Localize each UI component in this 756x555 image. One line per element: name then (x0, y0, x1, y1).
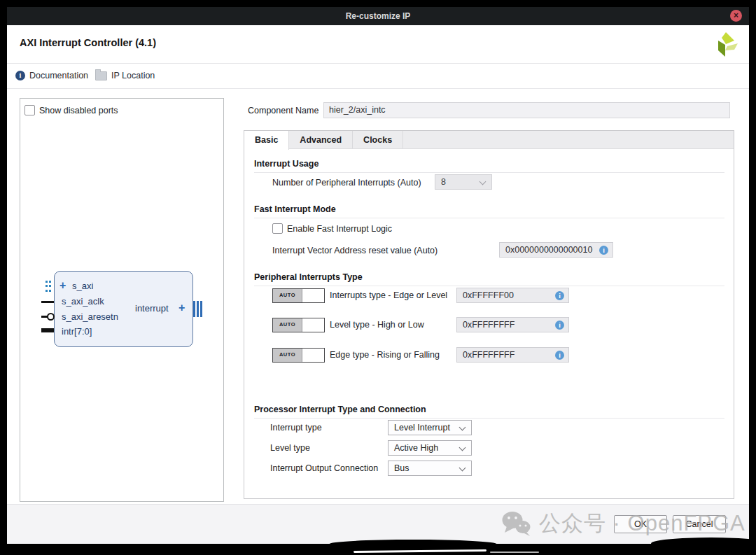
ok-button[interactable]: OK (614, 515, 667, 533)
level-type-value: Active High (394, 443, 438, 453)
edge-type-mask-label: Edge type - Rising or Falling (330, 350, 440, 360)
interrupt-output-connection-label: Interrupt Output Connection (270, 463, 378, 473)
ip-location-button[interactable]: IP Location (95, 71, 155, 80)
section-processor-interrupt: Processor Interrupt Type and Connection (254, 405, 724, 419)
show-disabled-ports-checkbox[interactable] (24, 105, 35, 115)
info-icon[interactable]: i (555, 321, 564, 330)
shadow-wave (329, 540, 497, 549)
interrupt-type-value: Level Interrupt (394, 423, 450, 433)
interrupt-type-select[interactable]: Level Interrupt (388, 420, 472, 435)
header-divider (7, 63, 749, 64)
auto-toggle-label: AUTO (273, 318, 302, 332)
s-axi-expand-icon[interactable]: + (59, 281, 66, 290)
chevron-down-icon (459, 444, 466, 451)
interrupt-bus-bars-icon (200, 301, 202, 317)
interrupts-type-value: 0xFFFFFF00 (463, 290, 514, 300)
auto-toggle[interactable]: AUTO (272, 288, 325, 303)
axi-interface-port-icon (46, 281, 48, 294)
block-design-panel: Show disabled ports + s_axi s_axi_aclk s… (20, 98, 224, 502)
interrupt-expand-icon[interactable]: + (178, 303, 185, 313)
clock-port-icon (41, 301, 54, 303)
interrupt-output-connection-select[interactable]: Bus (388, 461, 472, 476)
dialog-title: Re-customize IP (346, 11, 411, 21)
chevron-down-icon (459, 465, 466, 472)
level-type-select[interactable]: Active High (388, 440, 472, 456)
interrupt-vector-label: Interrupt Vector Address reset value (Au… (272, 246, 438, 255)
ip-location-label: IP Location (111, 71, 155, 80)
num-peripheral-interrupts-value: 8 (441, 177, 446, 187)
cancel-button[interactable]: Cancel (673, 515, 726, 533)
edge-type-mask-field[interactable]: 0xFFFFFFFF i (456, 347, 569, 363)
interrupt-bus-bars-icon (197, 301, 199, 317)
reset-bubble-icon (47, 313, 55, 321)
auto-toggle-label: AUTO (273, 349, 302, 362)
section-fast-interrupt-mode: Fast Interrupt Mode (254, 204, 724, 218)
component-name-label: Component Name (248, 106, 318, 115)
titlebar[interactable]: Re-customize IP (7, 7, 749, 25)
page-title: AXI Interrupt Controller (4.1) (20, 37, 156, 48)
config-panel: Basic Advanced Clocks Interrupt Usage Nu… (244, 130, 734, 499)
num-peripheral-interrupts-label: Number of Peripheral Interrupts (Auto) (272, 178, 421, 188)
section-peripheral-interrupts-type: Peripheral Interrupts Type (254, 272, 724, 286)
brush-streak (490, 552, 539, 553)
xilinx-logo-icon (715, 31, 739, 58)
toolbar-divider (7, 88, 749, 89)
edge-type-mask-value: 0xFFFFFFFF (463, 350, 514, 360)
interrupts-type-field[interactable]: 0xFFFFFF00 i (456, 288, 569, 303)
level-type-mask-value: 0xFFFFFFFF (463, 320, 514, 330)
level-type-mask-field[interactable]: 0xFFFFFFFF i (456, 317, 569, 332)
interrupt-vector-value: 0x0000000000000010 (505, 245, 592, 255)
num-peripheral-interrupts-select[interactable]: 8 (435, 174, 492, 190)
enable-fast-interrupt-checkbox[interactable] (272, 223, 283, 234)
enable-fast-interrupt-label: Enable Fast Interrupt Logic (287, 224, 392, 234)
axi-interface-port-icon (49, 281, 51, 294)
tab-basic[interactable]: Basic (244, 131, 289, 150)
auto-toggle[interactable]: AUTO (272, 318, 325, 332)
screen: Re-customize IP × AXI Interrupt Controll… (0, 0, 756, 555)
show-disabled-ports-label: Show disabled ports (39, 106, 118, 115)
component-name-input[interactable]: hier_2/axi_intc (323, 102, 730, 118)
interrupt-output-connection-value: Bus (394, 463, 410, 473)
folder-icon (95, 71, 107, 80)
info-icon[interactable]: i (555, 351, 564, 360)
bus-port-icon (41, 328, 54, 332)
port-s-axi-aclk: s_axi_aclk (62, 296, 104, 307)
close-icon[interactable]: × (730, 10, 742, 22)
level-type-mask-label: Level type - High or Low (330, 320, 424, 330)
interrupt-vector-field[interactable]: 0x0000000000000010 i (499, 242, 613, 258)
section-interrupt-usage: Interrupt Usage (254, 159, 724, 173)
info-icon[interactable]: i (599, 246, 608, 255)
port-s-axi-aresetn: s_axi_aresetn (62, 311, 118, 322)
port-intr: intr[7:0] (62, 326, 92, 337)
documentation-label: Documentation (29, 71, 88, 80)
chevron-down-icon (459, 424, 466, 431)
port-s-axi: s_axi (72, 281, 93, 291)
info-circle-icon: i (15, 71, 25, 80)
tab-bar: Basic Advanced Clocks (244, 131, 734, 149)
interrupt-bus-bars-icon (193, 301, 195, 317)
level-type-label: Level type (270, 443, 310, 453)
tab-advanced[interactable]: Advanced (289, 131, 353, 148)
tab-clocks[interactable]: Clocks (353, 131, 403, 148)
interrupts-type-label: Interrupts type - Edge or Level (330, 290, 447, 300)
chevron-down-icon (479, 178, 486, 185)
auto-toggle-label: AUTO (273, 289, 302, 302)
info-icon[interactable]: i (555, 291, 564, 300)
documentation-button[interactable]: i Documentation (15, 71, 88, 80)
auto-toggle[interactable]: AUTO (272, 348, 325, 363)
interrupt-type-label: Interrupt type (270, 423, 322, 433)
port-interrupt: interrupt (135, 303, 169, 314)
